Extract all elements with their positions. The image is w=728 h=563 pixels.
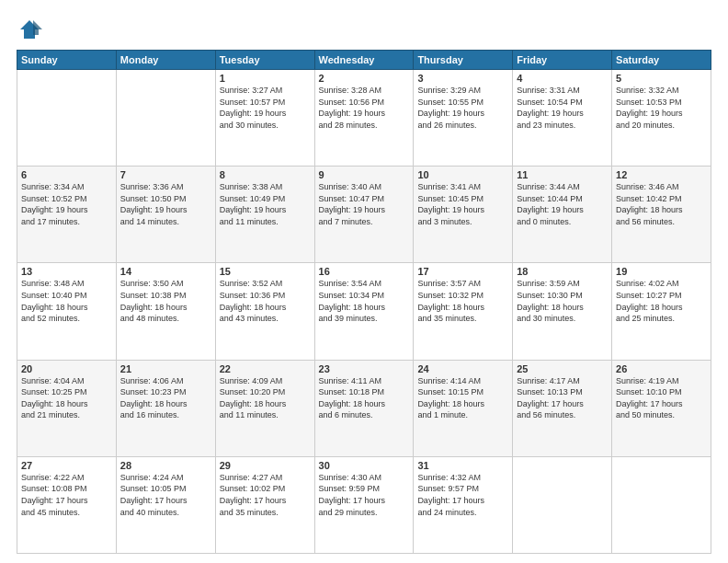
week-row-3: 13Sunrise: 3:48 AM Sunset: 10:40 PM Dayl… — [17, 263, 711, 360]
calendar-cell: 7Sunrise: 3:36 AM Sunset: 10:50 PM Dayli… — [116, 167, 215, 263]
calendar-cell: 3Sunrise: 3:29 AM Sunset: 10:55 PM Dayli… — [414, 70, 513, 167]
header — [17, 17, 711, 42]
day-info: Sunrise: 4:17 AM Sunset: 10:13 PM Daylig… — [517, 375, 608, 421]
day-number: 9 — [319, 169, 410, 180]
day-number: 3 — [417, 73, 508, 84]
page: SundayMondayTuesdayWednesdayThursdayFrid… — [0, 0, 728, 563]
calendar-cell: 12Sunrise: 3:46 AM Sunset: 10:42 PM Dayl… — [612, 167, 711, 263]
calendar-cell: 19Sunrise: 4:02 AM Sunset: 10:27 PM Dayl… — [612, 263, 711, 360]
day-number: 16 — [319, 266, 410, 277]
day-header-tuesday: Tuesday — [215, 51, 314, 70]
calendar-cell: 25Sunrise: 4:17 AM Sunset: 10:13 PM Dayl… — [513, 360, 612, 456]
calendar-table: SundayMondayTuesdayWednesdayThursdayFrid… — [17, 50, 711, 554]
calendar-cell: 20Sunrise: 4:04 AM Sunset: 10:25 PM Dayl… — [17, 360, 117, 456]
day-header-monday: Monday — [116, 51, 215, 70]
day-info: Sunrise: 4:06 AM Sunset: 10:23 PM Daylig… — [120, 375, 211, 421]
day-info: Sunrise: 4:32 AM Sunset: 9:57 PM Dayligh… — [417, 472, 508, 518]
day-info: Sunrise: 3:41 AM Sunset: 10:45 PM Daylig… — [417, 181, 508, 227]
day-number: 5 — [616, 73, 707, 84]
day-info: Sunrise: 3:27 AM Sunset: 10:57 PM Daylig… — [220, 85, 311, 131]
day-info: Sunrise: 3:31 AM Sunset: 10:54 PM Daylig… — [517, 85, 608, 131]
day-number: 28 — [120, 460, 211, 471]
day-number: 13 — [21, 266, 112, 277]
logo — [17, 17, 46, 42]
day-number: 14 — [120, 266, 211, 277]
day-info: Sunrise: 3:46 AM Sunset: 10:42 PM Daylig… — [616, 181, 707, 227]
day-info: Sunrise: 3:34 AM Sunset: 10:52 PM Daylig… — [21, 181, 112, 227]
calendar-header-row: SundayMondayTuesdayWednesdayThursdayFrid… — [17, 51, 711, 70]
day-info: Sunrise: 4:11 AM Sunset: 10:18 PM Daylig… — [319, 375, 410, 421]
day-header-wednesday: Wednesday — [314, 51, 414, 70]
day-info: Sunrise: 3:59 AM Sunset: 10:30 PM Daylig… — [517, 278, 608, 324]
day-info: Sunrise: 3:32 AM Sunset: 10:53 PM Daylig… — [616, 85, 707, 131]
day-number: 4 — [517, 73, 608, 84]
day-number: 27 — [21, 460, 112, 471]
calendar-cell: 5Sunrise: 3:32 AM Sunset: 10:53 PM Dayli… — [612, 70, 711, 167]
calendar-cell: 4Sunrise: 3:31 AM Sunset: 10:54 PM Dayli… — [513, 70, 612, 167]
calendar-cell: 30Sunrise: 4:30 AM Sunset: 9:59 PM Dayli… — [314, 456, 414, 553]
day-info: Sunrise: 3:40 AM Sunset: 10:47 PM Daylig… — [319, 181, 410, 227]
day-number: 19 — [616, 266, 707, 277]
calendar-cell: 21Sunrise: 4:06 AM Sunset: 10:23 PM Dayl… — [116, 360, 215, 456]
calendar-cell: 22Sunrise: 4:09 AM Sunset: 10:20 PM Dayl… — [215, 360, 314, 456]
calendar-cell: 2Sunrise: 3:28 AM Sunset: 10:56 PM Dayli… — [314, 70, 414, 167]
day-number: 1 — [220, 73, 311, 84]
day-info: Sunrise: 3:44 AM Sunset: 10:44 PM Daylig… — [517, 181, 608, 227]
day-info: Sunrise: 4:24 AM Sunset: 10:05 PM Daylig… — [120, 472, 211, 518]
day-header-thursday: Thursday — [414, 51, 513, 70]
day-info: Sunrise: 3:54 AM Sunset: 10:34 PM Daylig… — [319, 278, 410, 324]
calendar-cell: 15Sunrise: 3:52 AM Sunset: 10:36 PM Dayl… — [215, 263, 314, 360]
day-number: 15 — [220, 266, 311, 277]
calendar-cell: 8Sunrise: 3:38 AM Sunset: 10:49 PM Dayli… — [215, 167, 314, 263]
day-info: Sunrise: 4:19 AM Sunset: 10:10 PM Daylig… — [616, 375, 707, 421]
day-info: Sunrise: 3:50 AM Sunset: 10:38 PM Daylig… — [120, 278, 211, 324]
day-number: 26 — [616, 363, 707, 374]
svg-marker-1 — [33, 20, 42, 35]
week-row-1: 1Sunrise: 3:27 AM Sunset: 10:57 PM Dayli… — [17, 70, 711, 167]
day-info: Sunrise: 4:14 AM Sunset: 10:15 PM Daylig… — [417, 375, 508, 421]
day-number: 8 — [220, 169, 311, 180]
calendar-cell: 31Sunrise: 4:32 AM Sunset: 9:57 PM Dayli… — [414, 456, 513, 553]
day-number: 12 — [616, 169, 707, 180]
week-row-2: 6Sunrise: 3:34 AM Sunset: 10:52 PM Dayli… — [17, 167, 711, 263]
day-info: Sunrise: 4:27 AM Sunset: 10:02 PM Daylig… — [220, 472, 311, 518]
day-number: 2 — [319, 73, 410, 84]
day-number: 10 — [417, 169, 508, 180]
day-number: 25 — [517, 363, 608, 374]
day-number: 24 — [417, 363, 508, 374]
week-row-4: 20Sunrise: 4:04 AM Sunset: 10:25 PM Dayl… — [17, 360, 711, 456]
day-info: Sunrise: 3:52 AM Sunset: 10:36 PM Daylig… — [220, 278, 311, 324]
day-info: Sunrise: 3:28 AM Sunset: 10:56 PM Daylig… — [319, 85, 410, 131]
day-number: 31 — [417, 460, 508, 471]
day-number: 21 — [120, 363, 211, 374]
day-number: 6 — [21, 169, 112, 180]
day-header-saturday: Saturday — [612, 51, 711, 70]
day-number: 17 — [417, 266, 508, 277]
day-number: 7 — [120, 169, 211, 180]
day-number: 29 — [220, 460, 311, 471]
day-info: Sunrise: 3:29 AM Sunset: 10:55 PM Daylig… — [417, 85, 508, 131]
day-number: 20 — [21, 363, 112, 374]
calendar-cell — [513, 456, 612, 553]
day-number: 22 — [220, 363, 311, 374]
day-number: 23 — [319, 363, 410, 374]
calendar-cell: 16Sunrise: 3:54 AM Sunset: 10:34 PM Dayl… — [314, 263, 414, 360]
calendar-cell: 18Sunrise: 3:59 AM Sunset: 10:30 PM Dayl… — [513, 263, 612, 360]
day-info: Sunrise: 3:38 AM Sunset: 10:49 PM Daylig… — [220, 181, 311, 227]
day-info: Sunrise: 3:57 AM Sunset: 10:32 PM Daylig… — [417, 278, 508, 324]
calendar-cell: 9Sunrise: 3:40 AM Sunset: 10:47 PM Dayli… — [314, 167, 414, 263]
week-row-5: 27Sunrise: 4:22 AM Sunset: 10:08 PM Dayl… — [17, 456, 711, 553]
day-info: Sunrise: 4:09 AM Sunset: 10:20 PM Daylig… — [220, 375, 311, 421]
day-info: Sunrise: 4:02 AM Sunset: 10:27 PM Daylig… — [616, 278, 707, 324]
day-number: 30 — [319, 460, 410, 471]
calendar-cell: 23Sunrise: 4:11 AM Sunset: 10:18 PM Dayl… — [314, 360, 414, 456]
day-header-sunday: Sunday — [17, 51, 117, 70]
day-info: Sunrise: 4:22 AM Sunset: 10:08 PM Daylig… — [21, 472, 112, 518]
day-number: 18 — [517, 266, 608, 277]
calendar-cell: 24Sunrise: 4:14 AM Sunset: 10:15 PM Dayl… — [414, 360, 513, 456]
calendar-cell: 26Sunrise: 4:19 AM Sunset: 10:10 PM Dayl… — [612, 360, 711, 456]
calendar-cell: 10Sunrise: 3:41 AM Sunset: 10:45 PM Dayl… — [414, 167, 513, 263]
calendar-cell: 28Sunrise: 4:24 AM Sunset: 10:05 PM Dayl… — [116, 456, 215, 553]
calendar-cell — [116, 70, 215, 167]
calendar-cell: 11Sunrise: 3:44 AM Sunset: 10:44 PM Dayl… — [513, 167, 612, 263]
